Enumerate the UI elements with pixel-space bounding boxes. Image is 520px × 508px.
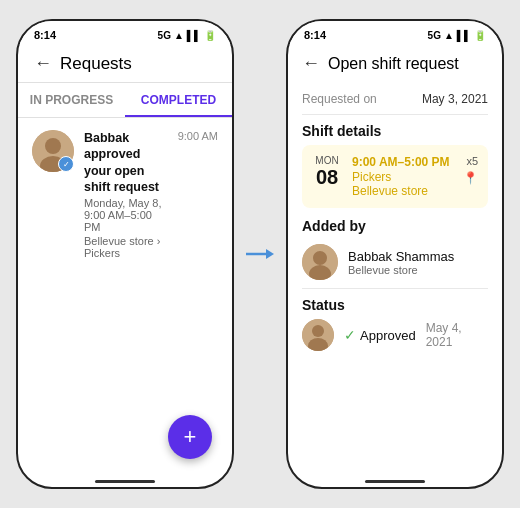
detail-content: Requested on May 3, 2021 Shift details M…: [288, 82, 502, 474]
requested-label: Requested on: [302, 92, 377, 106]
added-by-info: Babbak Shammas Bellevue store: [348, 249, 454, 276]
svg-marker-4: [266, 249, 274, 259]
notification-text: Babbak approved your open shift request …: [84, 130, 168, 259]
notification-item[interactable]: ✓ Babbak approved your open shift reques…: [18, 118, 232, 271]
added-by-title: Added by: [302, 218, 488, 234]
added-by-avatar: [302, 244, 338, 280]
screen-1: ← Requests IN PROGRESS COMPLETED: [18, 45, 232, 474]
shift-store: Bellevue store: [352, 184, 453, 198]
time-2: 8:14: [304, 29, 326, 41]
check-icon: ✓: [344, 327, 356, 343]
signal-5g-2: 5G: [428, 30, 441, 41]
approve-badge: ✓: [58, 156, 74, 172]
location-icon: 📍: [463, 171, 478, 185]
home-bar-2: [365, 480, 425, 483]
notification-time: 9:00 AM: [178, 130, 218, 142]
signal-bars-icon-2: ▌▌: [457, 30, 471, 41]
back-button-2[interactable]: ←: [302, 53, 320, 74]
status-title: Status: [302, 297, 488, 313]
shift-info: 9:00 AM–5:00 PM Pickers Bellevue store: [352, 155, 453, 198]
requests-header: ← Requests: [18, 45, 232, 83]
back-button-1[interactable]: ←: [34, 53, 52, 74]
shift-meta: x5 📍: [463, 155, 478, 185]
shift-count: x5: [466, 155, 478, 167]
status-avatar: [302, 319, 334, 351]
status-section: Status ✓ Approved: [302, 297, 488, 351]
svg-point-9: [312, 325, 324, 337]
added-by-row: Babbak Shammas Bellevue store: [302, 240, 488, 289]
wifi-icon: ▲: [174, 30, 184, 41]
shift-role: Pickers: [352, 170, 453, 184]
status-approved: ✓ Approved: [344, 327, 416, 343]
screen-2: ← Open shift request Requested on May 3,…: [288, 45, 502, 474]
requested-on-row: Requested on May 3, 2021: [302, 82, 488, 115]
phone-2: 8:14 5G ▲ ▌▌ 🔋 ← Open shift request Requ…: [286, 19, 504, 489]
notification-subtitle: Monday, May 8, 9:00 AM–5:00 PM: [84, 197, 168, 233]
status-row: ✓ Approved May 4, 2021: [302, 319, 488, 351]
fab-button[interactable]: +: [168, 415, 212, 459]
signal-icons-2: 5G ▲ ▌▌ 🔋: [428, 30, 486, 41]
shift-day-block: MON 08: [312, 155, 342, 188]
page-title-2: Open shift request: [328, 55, 459, 73]
shift-card: MON 08 9:00 AM–5:00 PM Pickers Bellevue …: [302, 145, 488, 208]
battery-icon-2: 🔋: [474, 30, 486, 41]
added-by-name: Babbak Shammas: [348, 249, 454, 264]
arrow-connector: [246, 245, 274, 263]
avatar-wrap: ✓: [32, 130, 74, 172]
signal-bars-icon: ▌▌: [187, 30, 201, 41]
requested-date: May 3, 2021: [422, 92, 488, 106]
phone-1: 8:14 5G ▲ ▌▌ 🔋 ← Requests IN PROGRESS CO…: [16, 19, 234, 489]
shift-time: 9:00 AM–5:00 PM: [352, 155, 453, 169]
status-date: May 4, 2021: [426, 321, 488, 349]
battery-icon: 🔋: [204, 30, 216, 41]
signal-5g: 5G: [158, 30, 171, 41]
home-indicator-1: [18, 474, 232, 487]
detail-header: ← Open shift request: [288, 45, 502, 82]
shift-details-title: Shift details: [302, 123, 488, 139]
page-title-1: Requests: [60, 54, 132, 74]
notification-title: Babbak approved your open shift request: [84, 130, 168, 195]
svg-point-1: [45, 138, 61, 154]
added-by-store: Bellevue store: [348, 264, 454, 276]
wifi-icon-2: ▲: [444, 30, 454, 41]
svg-point-6: [313, 251, 327, 265]
home-bar-1: [95, 480, 155, 483]
status-bar-1: 8:14 5G ▲ ▌▌ 🔋: [18, 21, 232, 45]
tabs-container: IN PROGRESS COMPLETED: [18, 83, 232, 118]
time-1: 8:14: [34, 29, 56, 41]
tab-completed[interactable]: COMPLETED: [125, 83, 232, 117]
shift-day-name: MON: [312, 155, 342, 166]
signal-icons-1: 5G ▲ ▌▌ 🔋: [158, 30, 216, 41]
tab-in-progress[interactable]: IN PROGRESS: [18, 83, 125, 117]
status-bar-2: 8:14 5G ▲ ▌▌ 🔋: [288, 21, 502, 45]
status-label: Approved: [360, 328, 416, 343]
shift-day-num: 08: [312, 166, 342, 188]
notification-store: Bellevue store › Pickers: [84, 235, 168, 259]
home-indicator-2: [288, 474, 502, 487]
